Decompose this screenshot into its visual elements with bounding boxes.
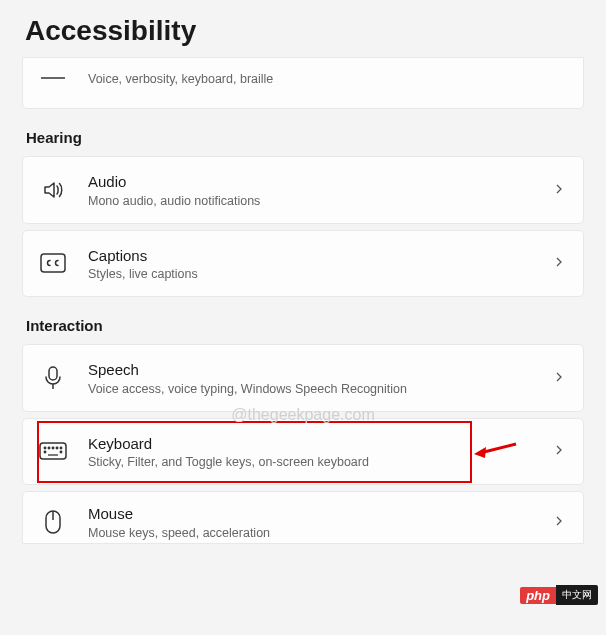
captions-icon xyxy=(38,248,68,278)
settings-item-captions[interactable]: Captions Styles, live captions xyxy=(22,230,584,298)
site-badge: php 中文网 xyxy=(520,585,598,605)
svg-rect-2 xyxy=(49,367,57,380)
section-heading-hearing: Hearing xyxy=(26,129,584,146)
item-title: Speech xyxy=(88,360,553,380)
item-title: Keyboard xyxy=(88,434,553,454)
chevron-right-icon xyxy=(553,442,565,460)
item-text: Keyboard Sticky, Filter, and Toggle keys… xyxy=(88,434,553,470)
section-heading-interaction: Interaction xyxy=(26,317,584,334)
narrator-icon xyxy=(38,63,68,93)
item-desc: Sticky, Filter, and Toggle keys, on-scre… xyxy=(88,455,553,469)
item-title: Captions xyxy=(88,246,553,266)
item-text: Audio Mono audio, audio notifications xyxy=(88,172,553,208)
svg-rect-4 xyxy=(40,443,66,459)
item-desc: Mono audio, audio notifications xyxy=(88,194,553,208)
item-desc: Voice access, voice typing, Windows Spee… xyxy=(88,382,553,396)
chevron-right-icon xyxy=(553,513,565,531)
item-desc: Mouse keys, speed, acceleration xyxy=(88,526,553,540)
item-text: Speech Voice access, voice typing, Windo… xyxy=(88,360,553,396)
item-title: Mouse xyxy=(88,504,553,524)
keyboard-icon xyxy=(38,436,68,466)
chevron-right-icon xyxy=(553,369,565,387)
svg-point-6 xyxy=(48,448,49,449)
svg-point-5 xyxy=(44,448,45,449)
chevron-right-icon xyxy=(553,181,565,199)
svg-point-7 xyxy=(52,448,53,449)
settings-item-keyboard[interactable]: Keyboard Sticky, Filter, and Toggle keys… xyxy=(22,418,584,486)
badge-left: php xyxy=(520,587,556,604)
microphone-icon xyxy=(38,363,68,393)
item-text: Captions Styles, live captions xyxy=(88,246,553,282)
settings-item-audio[interactable]: Audio Mono audio, audio notifications xyxy=(22,156,584,224)
chevron-right-icon xyxy=(553,254,565,272)
item-text: Mouse Mouse keys, speed, acceleration xyxy=(88,504,553,540)
item-desc: Voice, verbosity, keyboard, braille xyxy=(88,72,565,86)
item-desc: Styles, live captions xyxy=(88,267,553,281)
svg-point-8 xyxy=(56,448,57,449)
page-title: Accessibility xyxy=(0,0,606,57)
speaker-icon xyxy=(38,175,68,205)
settings-content: Voice, verbosity, keyboard, braille Hear… xyxy=(0,57,606,544)
mouse-icon xyxy=(38,507,68,537)
badge-right: 中文网 xyxy=(556,585,598,605)
settings-item-mouse[interactable]: Mouse Mouse keys, speed, acceleration xyxy=(22,491,584,544)
settings-item-speech[interactable]: Speech Voice access, voice typing, Windo… xyxy=(22,344,584,412)
item-title: Audio xyxy=(88,172,553,192)
settings-item-narrator[interactable]: Voice, verbosity, keyboard, braille xyxy=(22,57,584,109)
svg-point-11 xyxy=(60,452,61,453)
svg-point-10 xyxy=(44,452,45,453)
svg-rect-1 xyxy=(41,254,65,272)
svg-point-9 xyxy=(60,448,61,449)
item-text: Voice, verbosity, keyboard, braille xyxy=(88,70,565,86)
